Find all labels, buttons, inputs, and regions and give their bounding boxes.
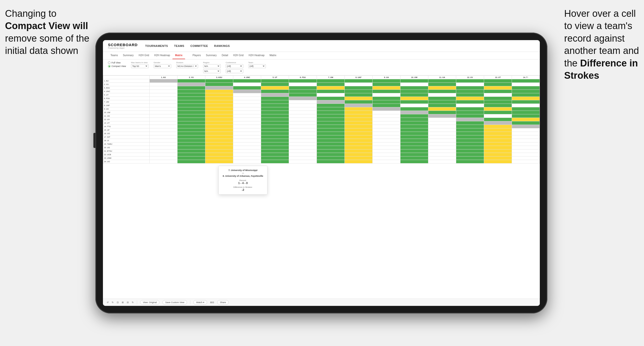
cell-2-9[interactable]	[400, 86, 428, 90]
cell-23-11[interactable]	[456, 160, 484, 163]
cell-13-13[interactable]	[512, 125, 540, 128]
cell-11-4[interactable]	[261, 118, 289, 121]
cell-20-13[interactable]	[512, 149, 540, 153]
cell-4-13[interactable]	[512, 93, 540, 97]
save-custom-button[interactable]: Save Custom View	[162, 300, 187, 305]
cell-0-11[interactable]	[456, 79, 484, 83]
cell-16-13[interactable]	[512, 135, 540, 139]
cell-12-12[interactable]	[484, 121, 512, 125]
cell-17-9[interactable]	[400, 139, 428, 142]
cell-21-3[interactable]	[233, 153, 261, 156]
cell-23-12[interactable]	[484, 160, 512, 163]
cell-19-7[interactable]	[345, 146, 373, 149]
cell-7-9[interactable]	[400, 104, 428, 107]
cell-13-6[interactable]	[317, 125, 345, 128]
cell-13-7[interactable]	[345, 125, 373, 128]
cell-6-7[interactable]	[345, 100, 373, 104]
cell-13-12[interactable]	[484, 125, 512, 128]
tab-summary2[interactable]: Summary	[203, 52, 219, 59]
nav-rankings[interactable]: RANKINGS	[214, 44, 230, 47]
cell-3-7[interactable]	[345, 90, 373, 93]
cell-17-4[interactable]	[261, 139, 289, 142]
cell-15-3[interactable]	[233, 132, 261, 135]
cell-8-2[interactable]	[205, 107, 233, 111]
cell-17-8[interactable]	[373, 139, 400, 142]
cell-18-11[interactable]	[456, 142, 484, 146]
cell-9-12[interactable]	[484, 111, 512, 114]
cell-5-9[interactable]	[400, 97, 428, 100]
cell-0-8[interactable]	[373, 79, 400, 83]
cell-9-0[interactable]	[150, 111, 178, 114]
cell-2-0[interactable]	[150, 86, 178, 90]
cell-15-6[interactable]	[317, 132, 345, 135]
cell-13-4[interactable]	[261, 125, 289, 128]
cell-19-5[interactable]	[289, 146, 317, 149]
cell-19-9[interactable]	[400, 146, 428, 149]
cell-11-3[interactable]	[233, 118, 261, 121]
cell-14-1[interactable]	[178, 128, 205, 132]
cell-19-8[interactable]	[373, 146, 400, 149]
cell-23-9[interactable]	[400, 160, 428, 163]
cell-3-3[interactable]	[233, 90, 261, 93]
cell-2-10[interactable]	[428, 86, 456, 90]
cell-2-7[interactable]	[345, 86, 373, 90]
cell-20-0[interactable]	[150, 149, 178, 153]
cell-5-4[interactable]	[261, 97, 289, 100]
cell-3-1[interactable]	[178, 90, 205, 93]
cell-15-12[interactable]	[484, 132, 512, 135]
tab-h2h-grid2[interactable]: H2H Grid	[230, 52, 246, 59]
cell-21-1[interactable]	[178, 153, 205, 156]
cell-19-2[interactable]	[205, 146, 233, 149]
cell-8-13[interactable]	[512, 107, 540, 111]
cell-19-13[interactable]	[512, 146, 540, 149]
undo-button[interactable]: ↺	[107, 301, 109, 304]
cell-6-9[interactable]	[400, 100, 428, 104]
cell-5-11[interactable]	[456, 97, 484, 100]
cell-16-3[interactable]	[233, 135, 261, 139]
conference-select1[interactable]: (All)	[226, 64, 243, 68]
cell-19-12[interactable]	[484, 146, 512, 149]
cell-15-2[interactable]	[205, 132, 233, 135]
cell-0-4[interactable]	[261, 79, 289, 83]
cell-1-2[interactable]	[205, 83, 233, 86]
cell-13-8[interactable]	[373, 125, 400, 128]
cell-2-5[interactable]	[289, 86, 317, 90]
cell-0-13[interactable]	[512, 79, 540, 83]
cell-18-4[interactable]	[261, 142, 289, 146]
cell-4-12[interactable]	[484, 93, 512, 97]
cell-12-13[interactable]	[512, 121, 540, 125]
cell-22-0[interactable]	[150, 156, 178, 160]
cell-2-1[interactable]	[178, 86, 205, 90]
cell-20-3[interactable]	[233, 149, 261, 153]
cell-16-8[interactable]	[373, 135, 400, 139]
cell-4-4[interactable]	[261, 93, 289, 97]
cell-5-1[interactable]	[178, 97, 205, 100]
cell-3-0[interactable]	[150, 90, 178, 93]
cell-16-11[interactable]	[456, 135, 484, 139]
cell-1-8[interactable]	[373, 83, 400, 86]
cell-22-1[interactable]	[178, 156, 205, 160]
cell-9-5[interactable]	[289, 111, 317, 114]
cell-19-10[interactable]	[428, 146, 456, 149]
cell-16-10[interactable]	[428, 135, 456, 139]
cell-1-4[interactable]	[261, 83, 289, 86]
cell-3-8[interactable]	[373, 90, 400, 93]
cell-17-7[interactable]	[345, 139, 373, 142]
cell-8-0[interactable]	[150, 107, 178, 111]
cell-0-6[interactable]	[317, 79, 345, 83]
cell-6-3[interactable]	[233, 100, 261, 104]
cell-7-8[interactable]	[373, 104, 400, 107]
cell-6-2[interactable]	[205, 100, 233, 104]
cell-3-10[interactable]	[428, 90, 456, 93]
cell-23-1[interactable]	[178, 160, 205, 163]
cell-22-7[interactable]	[345, 156, 373, 160]
cell-8-12[interactable]	[484, 107, 512, 111]
cell-4-0[interactable]	[150, 93, 178, 97]
cell-23-2[interactable]	[205, 160, 233, 163]
cell-18-0[interactable]	[150, 142, 178, 146]
cell-16-7[interactable]	[345, 135, 373, 139]
cell-10-6[interactable]	[317, 114, 345, 118]
cell-14-12[interactable]	[484, 128, 512, 132]
cell-17-1[interactable]	[178, 139, 205, 142]
cell-20-10[interactable]	[428, 149, 456, 153]
